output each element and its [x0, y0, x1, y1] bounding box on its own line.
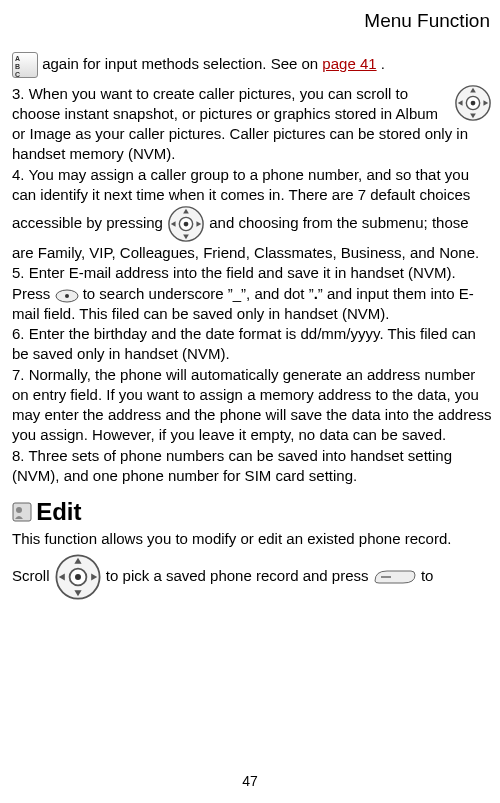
- edit-section-icon: [12, 502, 32, 522]
- text-p3a: 3. When you want to create caller pictur…: [12, 85, 396, 102]
- nav-circle-icon: [167, 205, 205, 243]
- svg-point-12: [75, 574, 81, 580]
- text-scroll-b: to pick a saved phone record and press: [106, 567, 373, 584]
- text-again-input: again for input methods selection. See o…: [38, 55, 322, 72]
- text-p6: 6. Enter the birthday and the date forma…: [12, 325, 476, 362]
- edit-heading: Edit: [36, 498, 81, 525]
- text-press-a: Press: [12, 285, 55, 302]
- header-title: Menu Function: [364, 10, 490, 31]
- link-page-41[interactable]: page 41: [322, 55, 376, 72]
- text-p8: 8. Three sets of phone numbers can be sa…: [12, 447, 452, 484]
- svg-point-2: [471, 100, 476, 105]
- nav-key-icon: [55, 288, 79, 302]
- page-header: Menu Function: [12, 8, 492, 34]
- svg-point-9: [16, 507, 22, 513]
- page-content: again for input methods selection. See o…: [12, 52, 492, 601]
- text-press-b: to search underscore ”_”, and dot ”: [83, 285, 314, 302]
- text-p5: 5. Enter E-mail address into the field a…: [12, 264, 456, 281]
- text-scroll-a: Scroll: [12, 567, 54, 584]
- text-edit-desc: This function allows you to modify or ed…: [12, 530, 451, 547]
- text-p7: 7. Normally, the phone will automaticall…: [12, 366, 491, 444]
- svg-point-5: [184, 222, 189, 227]
- text-scroll-c: to: [421, 567, 434, 584]
- text-period: .: [377, 55, 385, 72]
- nav-circle-icon: [454, 84, 492, 122]
- nav-circle-icon: [54, 553, 102, 601]
- svg-point-7: [65, 294, 69, 298]
- page-number: 47: [0, 772, 500, 791]
- softkey-icon: [373, 567, 417, 587]
- abc-input-icon: [12, 52, 38, 78]
